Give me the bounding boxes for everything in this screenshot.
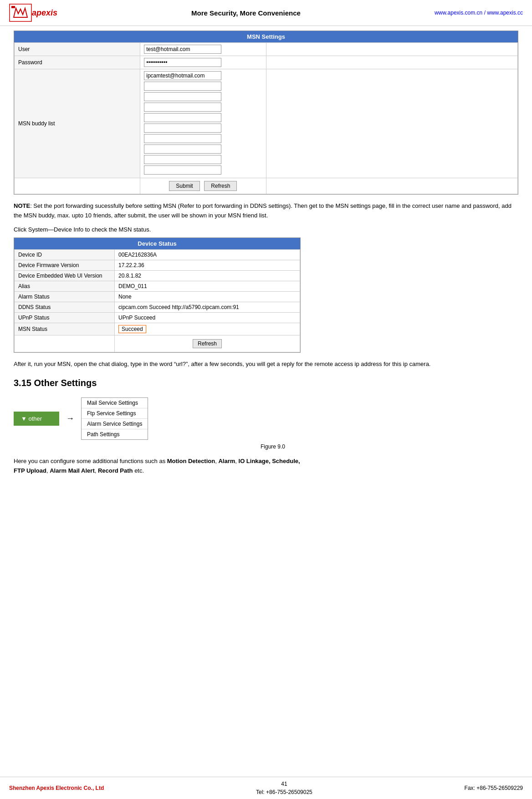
buddy-list-label: MSN buddy list	[15, 69, 140, 178]
suffix: etc.	[133, 467, 144, 474]
buddy-input-3[interactable]	[144, 92, 221, 101]
user-input[interactable]	[144, 45, 221, 54]
buddy-input-9[interactable]	[144, 155, 221, 164]
menu-item-path[interactable]: Path Settings	[82, 429, 148, 439]
footer-center: 41 Tel: +86-755-26509025	[256, 781, 312, 795]
main-content: MSN Settings User Password MSN buddy lis…	[0, 26, 532, 512]
firmware-label: Device Firmware Version	[15, 260, 115, 270]
alias-label: Alias	[15, 281, 115, 291]
footer-company: Shenzhen Apexis Electronic Co., Ltd	[9, 785, 104, 791]
ftp-upload-bold: FTP Upload	[14, 467, 46, 474]
list-item: Alarm Status None	[15, 291, 300, 302]
msn-settings-table: User Password MSN buddy list	[14, 42, 518, 194]
list-item: Refresh	[15, 335, 300, 352]
refresh-label-cell	[15, 335, 115, 352]
ddns-status-value: cipcam.com Succeed http://a5790.cipcam.c…	[115, 302, 300, 312]
menu-item-ftp[interactable]: Ftp Service Settings	[82, 408, 148, 419]
password-label: Password	[15, 56, 140, 69]
logo: apexis	[9, 4, 57, 22]
arrow-right-icon: →	[66, 414, 74, 423]
alarm-status-label: Alarm Status	[15, 291, 115, 302]
alarm-mail-bold: Alarm Mail Alert	[50, 467, 95, 474]
msn-settings-panel: MSN Settings User Password MSN buddy lis…	[14, 31, 518, 195]
buddy-input-7[interactable]	[144, 134, 221, 143]
menu-item-alarm[interactable]: Alarm Service Settings	[82, 419, 148, 429]
ddns-status-label: DDNS Status	[15, 302, 115, 312]
buddy-input-6[interactable]	[144, 124, 221, 133]
buttons-cell: Submit Refresh	[140, 178, 266, 194]
note-paragraph: NOTE: Set the port forwarding sucessfull…	[14, 201, 518, 221]
header-tagline: More Security, More Convenience	[57, 9, 435, 17]
buttons-label-cell	[15, 178, 140, 194]
record-path-bold: Record Path	[98, 467, 133, 474]
device-id-label: Device ID	[15, 249, 115, 260]
page-header: apexis More Security, More Convenience w…	[0, 0, 532, 26]
user-label: User	[15, 43, 140, 56]
msn-succeed-badge: Succeed	[118, 325, 146, 333]
buddy-input-2[interactable]	[144, 82, 221, 91]
buddy-input-4[interactable]	[144, 103, 221, 112]
table-row-buddy-list: MSN buddy list	[15, 69, 518, 178]
figure-caption: Figure 9.0	[27, 443, 518, 450]
device-status-panel: Device Status Device ID 00EA2162836A Dev…	[14, 237, 301, 353]
device-status-title: Device Status	[14, 238, 300, 249]
device-status-table: Device ID 00EA2162836A Device Firmware V…	[14, 249, 300, 352]
link-apexis-cn[interactable]: www.apexis.com.cn	[435, 10, 482, 16]
submit-button[interactable]: Submit	[169, 181, 200, 191]
buddy-input-8[interactable]	[144, 144, 221, 154]
list-item: UPnP Status UPnP Succeed	[15, 312, 300, 323]
list-item: Device Firmware Version 17.22.2.36	[15, 260, 300, 270]
other-settings-figure: ▼ other → Mail Service Settings Ftp Serv…	[14, 397, 518, 440]
password-value-cell	[140, 56, 266, 69]
buddy-input-1[interactable]	[144, 71, 221, 80]
list-item: Alias DEMO_011	[15, 281, 300, 291]
note-bold-prefix: NOTE	[14, 202, 30, 209]
footer-tel: Tel: +86-755-26509025	[256, 789, 312, 795]
password-input[interactable]	[144, 58, 221, 67]
list-item: MSN Status Succeed	[15, 323, 300, 335]
sep4: ,	[95, 467, 98, 474]
page-footer: Shenzhen Apexis Electronic Co., Ltd 41 T…	[0, 777, 532, 799]
buddy-list-empty	[266, 69, 518, 178]
webui-label: Device Embedded Web UI Version	[15, 270, 115, 281]
other-menu-button[interactable]: ▼ other	[14, 412, 59, 426]
user-value-cell	[140, 43, 266, 56]
table-row-password: Password	[15, 56, 518, 69]
header-links: www.apexis.com.cn / www.apexis.cc	[435, 10, 523, 16]
list-item: Device Embedded Web UI Version 20.8.1.82	[15, 270, 300, 281]
svg-rect-2	[11, 6, 15, 8]
after-status-text: After it, run your MSN, open the chat di…	[14, 360, 518, 369]
svg-marker-1	[14, 8, 27, 17]
footer-fax: Fax: +86-755-26509229	[465, 785, 523, 791]
section-315-heading: 3.15 Other Settings	[14, 378, 518, 388]
note-text: : Set the port forwarding sucessfully be…	[14, 202, 512, 219]
other-menu-dropdown: Mail Service Settings Ftp Service Settin…	[81, 397, 148, 440]
alarm-status-value: None	[115, 291, 300, 302]
menu-item-mail[interactable]: Mail Service Settings	[82, 398, 148, 408]
motion-detection-bold: Motion Detection	[167, 458, 215, 464]
logo-icon	[9, 4, 32, 22]
buddy-input-5[interactable]	[144, 113, 221, 122]
list-item: DDNS Status cipcam.com Succeed http://a5…	[15, 302, 300, 312]
here-prefix: Here you can configure some additional f…	[14, 458, 167, 464]
webui-value: 20.8.1.82	[115, 270, 300, 281]
refresh-button-msn[interactable]: Refresh	[204, 181, 237, 191]
click-instruction: Click System—Device Info to check the MS…	[14, 226, 518, 233]
page-number: 41	[256, 781, 312, 787]
alias-value: DEMO_011	[115, 281, 300, 291]
list-item: Device ID 00EA2162836A	[15, 249, 300, 260]
refresh-button-device[interactable]: Refresh	[193, 339, 222, 348]
table-row-buttons: Submit Refresh	[15, 178, 518, 194]
buddy-input-10[interactable]	[144, 165, 221, 175]
msn-settings-title: MSN Settings	[14, 31, 518, 42]
io-linkage-bold: IO Linkage, Schedule,	[239, 458, 300, 464]
upnp-status-value: UPnP Succeed	[115, 312, 300, 323]
link-apexis-cc[interactable]: www.apexis.cc	[487, 10, 523, 16]
msn-status-value: Succeed	[115, 323, 300, 335]
buddy-list-inputs	[140, 69, 266, 178]
msn-status-label: MSN Status	[15, 323, 115, 335]
upnp-status-label: UPnP Status	[15, 312, 115, 323]
refresh-button-cell: Refresh	[115, 335, 300, 352]
here-you-can-text: Here you can configure some additional f…	[14, 457, 518, 476]
firmware-value: 17.22.2.36	[115, 260, 300, 270]
